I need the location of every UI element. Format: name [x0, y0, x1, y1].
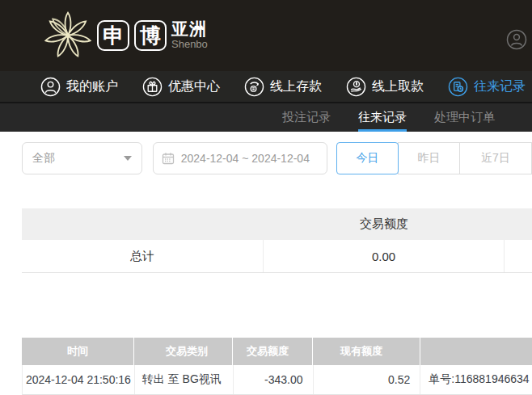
summary-total-amount: 0.00 [264, 240, 505, 272]
withdraw-icon [346, 77, 366, 97]
filter-bar: 全部 2024-12-04 ~ 2024-12-04 今日 昨日 近7日 [22, 142, 532, 174]
records-icon [448, 77, 468, 97]
col-header-amount: 交易额度 [233, 338, 313, 365]
nav-item-label: 线上取款 [372, 78, 424, 95]
tab-label: 投注记录 [282, 110, 331, 125]
brand-subtitle: Shenbo [171, 38, 208, 51]
records-table: 时间 交易类别 交易额度 现有额度 2024-12-04 21:50:16 转出… [22, 338, 532, 395]
transaction-records-page: 申 博 亚洲 Shenbo 我的账户 [0, 0, 532, 395]
gift-icon [142, 77, 163, 97]
col-header-time: 时间 [22, 338, 134, 365]
nav-item-withdraw[interactable]: 线上取款 [346, 77, 424, 97]
tab-label: 往来记录 [358, 110, 407, 125]
user-icon [40, 77, 61, 97]
yesterday-button[interactable]: 昨日 [398, 142, 460, 174]
record-balance: 0.52 [314, 365, 421, 394]
record-type: 转出 至 BG视讯 [135, 365, 234, 394]
quick-date-buttons: 今日 昨日 近7日 [336, 142, 532, 174]
brand-char-1: 申 [97, 20, 129, 51]
today-button[interactable]: 今日 [336, 142, 399, 174]
brand-region: 亚洲 Shenbo [171, 20, 208, 51]
col-header-balance: 现有额度 [313, 338, 420, 365]
nav-item-label: 优惠中心 [168, 78, 220, 95]
summary-table-header: 交易额度 [22, 208, 532, 240]
user-avatar-icon[interactable] [506, 29, 527, 50]
record-order-number: 单号:116881946634 [420, 365, 532, 394]
summary-total-row: 总计 0.00 [22, 240, 532, 273]
col-header-type: 交易类别 [134, 338, 233, 365]
nav-item-label: 线上存款 [270, 78, 322, 95]
main-nav: 我的账户 优惠中心 线上存款 [0, 71, 532, 103]
brand-region-label: 亚洲 [171, 20, 208, 38]
summary-header-amount: 交易额度 [264, 208, 505, 240]
type-select-value: 全部 [32, 151, 55, 166]
date-range-input[interactable]: 2024-12-04 ~ 2024-12-04 [153, 142, 327, 174]
calendar-icon [162, 152, 175, 165]
summary-total-label: 总计 [22, 240, 264, 272]
records-subnav: 投注记录 往来记录 处理中订单 [0, 103, 532, 132]
summary-table: 交易额度 总计 0.00 [22, 208, 532, 273]
nav-item-my-account[interactable]: 我的账户 [40, 77, 118, 97]
summary-header-blank-2 [505, 208, 532, 240]
deposit-icon [244, 77, 264, 97]
nav-item-label: 往来记录 [474, 78, 526, 95]
summary-header-blank [22, 208, 264, 240]
brand-name-boxes: 申 博 [97, 20, 167, 51]
type-select[interactable]: 全部 [22, 142, 142, 174]
col-header-note [420, 338, 532, 365]
brand-logo[interactable]: 申 博 亚洲 Shenbo [42, 10, 208, 61]
summary-blank-cell [505, 240, 532, 272]
brand-char-2: 博 [134, 20, 167, 51]
tab-betting-records[interactable]: 投注记录 [282, 103, 331, 132]
nav-item-promotions[interactable]: 优惠中心 [142, 77, 220, 97]
chevron-down-icon [124, 156, 132, 161]
record-amount: -343.00 [234, 365, 314, 394]
tab-transaction-records[interactable]: 往来记录 [358, 103, 407, 132]
site-header: 申 博 亚洲 Shenbo [0, 0, 532, 71]
last-7-days-button[interactable]: 近7日 [459, 142, 532, 174]
flower-logo-icon [42, 10, 94, 61]
nav-item-transaction-records[interactable]: 往来记录 [448, 77, 526, 97]
tab-label: 处理中订单 [434, 110, 495, 125]
nav-item-label: 我的账户 [66, 78, 118, 95]
date-range-value: 2024-12-04 ~ 2024-12-04 [181, 152, 310, 165]
nav-item-deposit[interactable]: 线上存款 [244, 77, 322, 97]
record-time: 2024-12-04 21:50:16 [23, 365, 135, 394]
tab-pending-orders[interactable]: 处理中订单 [434, 103, 495, 132]
records-table-header: 时间 交易类别 交易额度 现有额度 [22, 338, 532, 365]
table-row: 2024-12-04 21:50:16 转出 至 BG视讯 -343.00 0.… [22, 365, 532, 395]
